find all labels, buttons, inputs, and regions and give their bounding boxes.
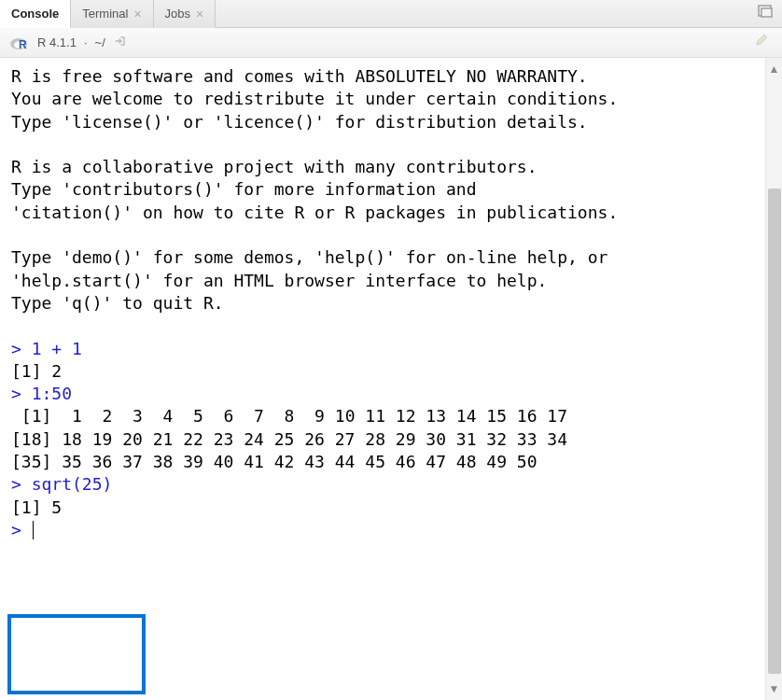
scroll-thumb[interactable] — [768, 189, 781, 674]
banner-line: 'citation()' on how to cite R or R packa… — [11, 203, 618, 222]
working-dir[interactable]: ~/ — [95, 35, 105, 49]
tab-bar: Console Terminal × Jobs × — [0, 0, 782, 28]
output-line: [1] 5 — [11, 497, 62, 517]
close-icon[interactable]: × — [196, 7, 203, 21]
output-line: [1] 1 2 3 4 5 6 7 8 9 10 11 12 13 14 15 … — [11, 406, 567, 426]
prompt: > — [11, 520, 21, 539]
banner-line: Type 'q()' to quit R. — [11, 293, 224, 313]
command: 1:50 — [32, 384, 72, 403]
maximize-icon[interactable] — [758, 5, 773, 21]
banner-line: You are welcome to redistribute it under… — [11, 89, 618, 108]
scroll-down-icon[interactable]: ▼ — [766, 683, 782, 694]
close-icon[interactable]: × — [133, 7, 141, 21]
banner-line: Type 'demo()' for some demos, 'help()' f… — [11, 247, 607, 267]
share-icon[interactable] — [113, 35, 126, 50]
prompt: > — [11, 384, 21, 403]
tab-terminal[interactable]: Terminal × — [71, 0, 153, 28]
scrollbar[interactable]: ▲ ▼ — [765, 58, 782, 700]
svg-text:R: R — [19, 38, 27, 51]
output-line: [35] 35 36 37 38 39 40 41 42 43 44 45 46… — [11, 452, 538, 471]
r-logo-icon: R — [9, 35, 30, 51]
info-bar: R R 4.1.1 · ~/ — [0, 28, 782, 58]
banner-line: R is a collaborative project with many c… — [11, 157, 538, 176]
scroll-up-icon[interactable]: ▲ — [766, 63, 782, 75]
separator: · — [84, 35, 88, 49]
tab-label: Console — [11, 7, 59, 21]
command: sqrt(25) — [32, 474, 113, 494]
console-area: R is free software and comes with ABSOLU… — [0, 58, 782, 700]
command: 1 + 1 — [32, 339, 82, 358]
tab-label: Terminal — [82, 7, 128, 21]
clear-console-icon[interactable] — [754, 33, 771, 52]
banner-line: 'help.start()' for an HTML browser inter… — [11, 271, 547, 290]
console-output[interactable]: R is free software and comes with ABSOLU… — [0, 58, 765, 700]
banner-line: R is free software and comes with ABSOLU… — [11, 66, 588, 86]
prompt: > — [11, 339, 21, 358]
output-line: [1] 2 — [11, 361, 62, 381]
tab-console[interactable]: Console — [0, 0, 71, 28]
tab-label: Jobs — [165, 7, 190, 21]
banner-line: Type 'license()' or 'licence()' for dist… — [11, 112, 588, 132]
banner-line: Type 'contributors()' for more informati… — [11, 179, 477, 199]
prompt: > — [11, 474, 21, 494]
svg-rect-1 — [761, 8, 772, 17]
tab-jobs[interactable]: Jobs × — [154, 0, 216, 28]
output-line: [18] 18 19 20 21 22 23 24 25 26 27 28 29… — [11, 429, 567, 449]
r-version: R 4.1.1 — [37, 35, 77, 49]
text-cursor — [33, 521, 35, 539]
